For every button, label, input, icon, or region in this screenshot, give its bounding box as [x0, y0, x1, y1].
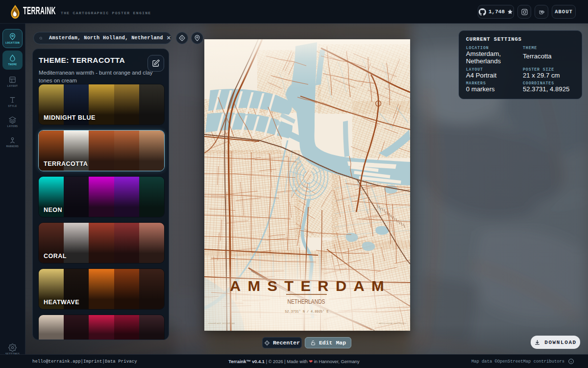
svg-text:52.3731° N / 4.8925° E: 52.3731° N / 4.8925° E [285, 310, 329, 314]
svg-text:NETHERLANDS: NETHERLANDS [288, 298, 325, 305]
svg-text:© OpenStreetMap contributors: © OpenStreetMap contributors [377, 322, 406, 324]
svg-text:created with terraink.app: created with terraink.app [208, 322, 235, 324]
svg-text:AMSTERDAM: AMSTERDAM [230, 278, 391, 294]
